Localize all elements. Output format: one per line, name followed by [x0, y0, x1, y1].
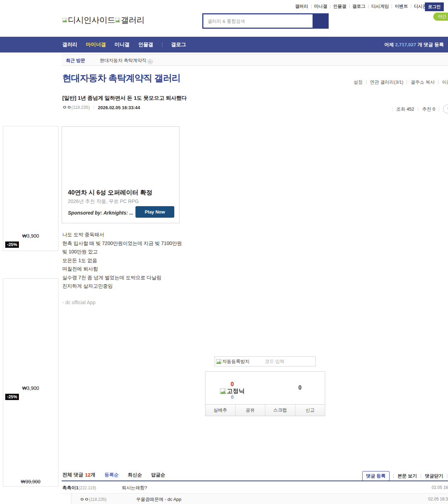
topbar-link-gallog[interactable]: 갤로그	[352, 4, 366, 9]
divider	[411, 5, 411, 8]
login-button[interactable]: 로그인	[425, 2, 444, 11]
close-comments-button[interactable]: 댓글닫기	[425, 473, 443, 479]
page: 갤러리 미니갤 인물갤 갤로그 디시게임 이벤트 디시콘 로그인 야간 모드 디…	[0, 0, 448, 504]
breadcrumb-gallery-link[interactable]: 현대자동차 촉탁계약직m	[100, 57, 153, 64]
downvote-count-number: 0	[289, 385, 310, 391]
comments-total-label: 전체 댓글	[62, 472, 83, 478]
nav-item-gallery[interactable]: 갤러리	[62, 41, 77, 48]
divider	[438, 80, 439, 84]
divider	[94, 105, 94, 110]
side-ad-banner[interactable]: ₩3,900 -25%	[3, 126, 58, 251]
nav-item-gallog[interactable]: 갤로그	[171, 41, 186, 48]
nav-item-person-gallery[interactable]: 인물갤	[138, 41, 153, 48]
ad-price: ₩3,900	[3, 385, 58, 391]
divider	[439, 107, 439, 111]
ad-original-price: ₩39,900	[3, 479, 58, 484]
scrap-button[interactable]: 스크랩	[265, 405, 295, 416]
ad-discount-badge: -25%	[5, 394, 19, 400]
captcha-box: 자동등록방지	[215, 356, 316, 366]
search-input[interactable]	[203, 14, 313, 28]
topbar-link-persongal[interactable]: 인물갤	[333, 4, 346, 9]
ad-subtitle: 2026년 추천 작품, 무료 PC RPG	[68, 198, 139, 205]
search-box	[202, 13, 329, 29]
ad-title[interactable]: 40연차 시 6성 오퍼레이터 확정	[68, 188, 152, 197]
comment-writer[interactable]: 촉촉이1(222.119)	[62, 485, 96, 491]
divider	[393, 474, 394, 478]
fixed-nick-recommend-count: 0	[205, 395, 259, 400]
sort-by-registered[interactable]: 등록순	[104, 472, 119, 478]
stats-count: 2,717,027	[395, 42, 416, 47]
divider	[392, 5, 392, 8]
post-body-line: 며칠전에 퇴사함	[62, 265, 182, 273]
divider	[330, 5, 330, 8]
broken-image-icon	[62, 18, 67, 22]
recent-visit-label: 최근 방문	[66, 57, 85, 64]
divider	[392, 107, 392, 111]
view-post-body-button[interactable]: 본문 보기	[398, 473, 417, 479]
nav-divider	[162, 42, 162, 47]
comment-text: 퇴사는왜함?	[122, 485, 147, 491]
post-action-bar: 실베추 공유 스크랩 신고	[205, 404, 325, 416]
comment-row: 촉촉이1(222.119) 퇴사는왜함? 02.05 16	[62, 481, 448, 493]
sort-by-newest[interactable]: 최신순	[128, 472, 142, 478]
post-body-line: 실수령 7천 좀 넘게 벌었는데 도박으로 다날림	[62, 273, 182, 282]
topbar-link-gallery[interactable]: 갤러리	[295, 4, 308, 9]
side-ad-banner[interactable]: ₩3,900 -25% ₩39,900	[3, 278, 58, 486]
breadcrumb: 최근 방문 현대자동차 촉탁계약직m	[62, 54, 448, 66]
broken-image-icon	[220, 388, 226, 394]
topbar-link-event[interactable]: 이벤트	[395, 4, 408, 9]
comments-header: 전체 댓글 12 개 등록순 최신순 답글순	[62, 472, 165, 478]
gallery-settings-link[interactable]: 설정	[354, 79, 363, 85]
sort-by-reply[interactable]: 답글순	[151, 472, 165, 478]
search-button[interactable]	[314, 13, 329, 29]
comment-shortcut-button[interactable]: 댓글	[443, 105, 448, 113]
recommend-count-number: 0	[205, 381, 259, 387]
gallery-tools: 설정 연관 갤러리(3/1) 갤주소 복사 이용	[354, 79, 448, 85]
night-mode-toggle[interactable]: 야간 모드	[433, 13, 448, 21]
comments-actions: 댓글 등록 본문 보기 댓글닫기	[362, 471, 448, 481]
breadcrumb-gallery-name: 현대자동차 촉탁계약직	[100, 58, 147, 63]
comment-writer[interactable]: ㅇㅇ(118.235)	[80, 496, 106, 503]
post-title: [일반] 1년 좀넘게 일하면서 돈 1도 못모으고 퇴사했다	[62, 95, 187, 102]
recommend-up-button[interactable]: 고정닉	[205, 387, 259, 395]
post-author[interactable]: ㅇㅇ	[62, 104, 71, 111]
captcha-image-alt: 자동등록방지	[215, 358, 250, 365]
topbar-link-minigal[interactable]: 미니갤	[314, 4, 328, 9]
view-count: 조회 452	[396, 106, 414, 112]
ad-sponsor-label: Sponsored by: Arknights: ...	[68, 210, 133, 216]
ad-discount-badge: -25%	[5, 241, 19, 248]
dc-app-signature: - dc official App	[62, 300, 96, 305]
main-nav: 갤러리 마이너갤 미니갤 인물갤 갤로그 어제 2,717,027 개 댓글 등…	[0, 37, 448, 52]
comment-text: 우울증때문에 - dc App	[136, 496, 181, 503]
share-button[interactable]: 공유	[235, 405, 265, 416]
comments-total-suffix: 개	[90, 472, 95, 478]
topbar: 갤러리 미니갤 인물갤 갤로그 디시게임 이벤트 디시콘	[295, 4, 427, 9]
play-now-button[interactable]: Play Now	[135, 206, 174, 218]
post-body-line: 모은돈 1도 없음	[62, 256, 182, 265]
logo-text-gallery: 갤러리	[121, 15, 145, 26]
post-date: 2026.02.05 16:33:44	[98, 105, 140, 110]
site-logo[interactable]: 디시인사이드 갤러리	[62, 15, 145, 26]
usage-guide-link[interactable]: 이용	[442, 79, 448, 85]
divider	[421, 474, 421, 478]
topbar-link-dcgame[interactable]: 디시게임	[371, 4, 389, 9]
gallery-title[interactable]: 현대자동차 촉탁계약직 갤러리	[62, 72, 180, 84]
comment-time: 02.05 16:3	[428, 497, 448, 502]
nav-item-minor-gallery[interactable]: 마이너갤	[86, 41, 106, 48]
nav-item-mini-gallery[interactable]: 미니갤	[114, 41, 130, 48]
stats-suffix: 개 댓글 등록	[418, 42, 444, 48]
post-body-line: 진지하게 살자고민중임	[62, 282, 182, 290]
ad-price: ₩3,900	[3, 233, 58, 239]
divider	[447, 474, 447, 478]
post-author-ip: (118.235)	[71, 105, 90, 110]
comment-register-button[interactable]: 댓글 등록	[362, 471, 390, 481]
post-body-line: 빚 100만원 깠고	[62, 247, 182, 256]
realbest-recommend-button[interactable]: 실베추	[205, 405, 235, 416]
divider	[349, 5, 350, 8]
captcha-code-input[interactable]	[250, 359, 315, 364]
broken-image-icon	[216, 359, 222, 364]
related-galleries-link[interactable]: 연관 갤러리(3/1)	[370, 79, 403, 85]
report-button[interactable]: 신고	[295, 405, 325, 416]
copy-gallery-url-link[interactable]: 갤주소 복사	[411, 79, 435, 85]
post-body-line: 현촉 입사할 때 빚 7200만원이었는데 지금 빚 7100만원	[62, 239, 182, 248]
